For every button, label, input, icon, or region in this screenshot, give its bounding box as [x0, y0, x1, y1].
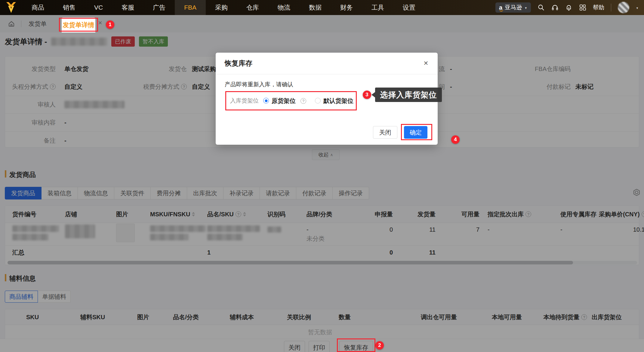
headset-icon[interactable]	[551, 4, 559, 11]
nav-menu: 商品 销售 VC 客服 广告 FBA 采购 仓库 物流 数据 财务 工具 设置	[22, 0, 425, 15]
logo-chevron-icon	[5, 2, 18, 14]
search-icon[interactable]	[538, 4, 545, 11]
annotation-step-2: 2	[375, 341, 384, 350]
marketplace-switcher[interactable]: a 亚马逊	[495, 2, 531, 13]
nav-item-logistics[interactable]: 物流	[268, 0, 300, 15]
nav-item-warehouse[interactable]: 仓库	[237, 0, 268, 15]
top-nav: 商品 销售 VC 客服 广告 FBA 采购 仓库 物流 数据 财务 工具 设置 …	[0, 0, 644, 15]
tooltip-text: 选择入库货架位	[380, 90, 437, 100]
annotation-step-3: 3	[363, 91, 371, 99]
app-logo[interactable]	[0, 0, 22, 15]
amazon-logo-icon: a	[499, 5, 502, 11]
divider	[216, 74, 438, 74]
radio-original-shelf-label: 原货架位	[272, 97, 296, 105]
avatar[interactable]	[618, 2, 629, 13]
annotation-tooltip: 选择入库货架位	[375, 88, 442, 102]
modal-title: 恢复库存	[225, 59, 252, 68]
apps-grid-icon[interactable]	[579, 4, 586, 11]
help-link[interactable]: 帮助	[593, 4, 604, 11]
help-icon[interactable]	[300, 98, 306, 104]
nav-item-purchase[interactable]: 采购	[206, 0, 237, 15]
nav-item-fba[interactable]: FBA	[175, 0, 206, 15]
marketplace-label: 亚马逊	[505, 4, 522, 11]
chevron-down-icon	[524, 5, 527, 10]
modal-message: 产品即将重新入库，请确认	[225, 81, 293, 88]
nav-right-cluster: a 亚马逊 帮助	[495, 0, 644, 15]
nav-item-products[interactable]: 商品	[22, 0, 54, 15]
radio-original-shelf[interactable]	[263, 98, 269, 103]
tab-shipment-detail[interactable]: 发货单详情	[62, 17, 95, 32]
nav-item-settings[interactable]: 设置	[393, 0, 425, 15]
modal-close-icon[interactable]	[422, 59, 430, 67]
nav-item-sales[interactable]: 销售	[54, 0, 85, 15]
nav-item-finance[interactable]: 财务	[331, 0, 362, 15]
modal-close-button[interactable]: 关闭	[373, 126, 397, 139]
nav-item-ads[interactable]: 广告	[143, 0, 175, 15]
annotation-step-1: 1	[106, 20, 114, 29]
nav-item-vc[interactable]: VC	[85, 0, 112, 15]
shelf-field-label: 入库货架位	[230, 97, 259, 105]
avatar-chevron-down-icon[interactable]	[636, 5, 639, 10]
annotation-step-4: 4	[451, 135, 460, 144]
divider	[611, 4, 611, 11]
nav-item-tools[interactable]: 工具	[362, 0, 393, 15]
nav-item-data[interactable]: 数据	[300, 0, 331, 15]
modal-confirm-button[interactable]: 确定	[404, 126, 427, 139]
radio-default-shelf-label: 默认货架位	[323, 97, 353, 105]
radio-default-shelf[interactable]	[315, 98, 321, 103]
nav-item-service[interactable]: 客服	[112, 0, 143, 15]
notification-bell-icon[interactable]	[565, 4, 572, 11]
